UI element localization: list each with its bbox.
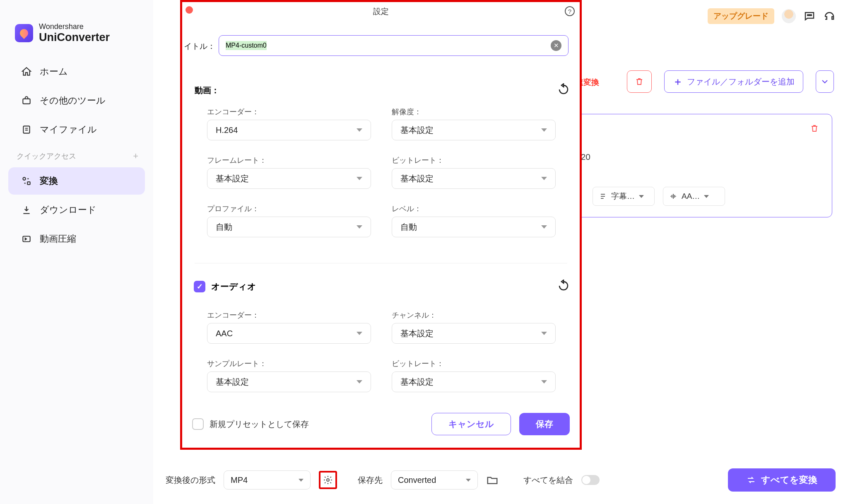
sidebar-item-label: その他のツール [40, 94, 106, 107]
video-profile-select[interactable]: 自動 [207, 217, 371, 237]
settings-modal: 設定 ? イトル： MP4-custom0 ✕ 動画： エンコーダー： H.26… [180, 0, 582, 450]
output-format-label: 変換後の形式 [166, 475, 215, 486]
help-icon[interactable]: ? [565, 6, 575, 16]
modal-title: 設定 [182, 6, 580, 17]
sidebar-item-my-files[interactable]: マイファイル [8, 116, 145, 143]
video-encoder-select[interactable]: H.264 [207, 120, 371, 140]
toolbox-icon [21, 95, 32, 106]
select-value: 自動 [216, 222, 232, 233]
select-value: 基本設定 [400, 173, 434, 184]
trash-icon [809, 123, 819, 133]
save-button[interactable]: 保存 [519, 413, 570, 435]
subtitle-label: 字幕… [611, 191, 635, 202]
merge-all-toggle[interactable] [581, 475, 600, 485]
subtitle-selector[interactable]: 字幕… [593, 187, 655, 206]
destination-select[interactable]: Converted [391, 470, 478, 490]
merge-label: すべてを結合 [523, 475, 573, 486]
encoder-label: エンコーダー： [207, 107, 259, 117]
audio-channel-select[interactable]: 基本設定 [392, 323, 556, 344]
add-files-dropdown[interactable] [816, 70, 834, 93]
user-avatar[interactable] [782, 9, 796, 23]
audio-heading-label: オーディオ [211, 281, 256, 292]
svg-rect-3 [27, 182, 30, 185]
sidebar-item-other-tools[interactable]: その他のツール [8, 87, 145, 114]
clear-list-button[interactable] [627, 70, 652, 93]
audio-bitrate-select[interactable]: 基本設定 [392, 371, 556, 392]
open-folder-button[interactable] [486, 474, 499, 486]
sidebar-item-label: 変換 [40, 175, 58, 187]
chevron-down-icon [704, 195, 709, 198]
video-framerate-select[interactable]: 基本設定 [207, 168, 371, 189]
add-quick-access-icon[interactable]: + [133, 151, 138, 162]
clear-input-icon[interactable]: ✕ [551, 40, 561, 51]
quick-access-label: クイックアクセス [17, 151, 76, 161]
audio-encoder-select[interactable]: AAC [207, 323, 371, 344]
audio-enable-checkbox[interactable]: ✓ [194, 281, 205, 292]
select-value: Converted [398, 475, 436, 485]
convert-icon [21, 175, 32, 187]
svg-point-2 [23, 177, 26, 180]
file-card[interactable]: 320 6 字幕… AA… [576, 114, 832, 217]
reset-video-icon[interactable] [557, 83, 570, 96]
framerate-label: フレームレート： [207, 155, 267, 165]
add-files-button[interactable]: ＋ ファイル／フォルダーを追加 [664, 70, 803, 93]
select-value: 自動 [400, 222, 417, 233]
chevron-down-icon [541, 225, 547, 229]
upgrade-button[interactable]: アップグレード [708, 8, 774, 24]
home-icon [21, 66, 32, 77]
chevron-down-icon [541, 177, 547, 180]
app-logo: Wondershare UniConverter [0, 18, 153, 56]
svg-point-6 [809, 14, 810, 16]
chevron-down-icon [357, 225, 362, 229]
audio-track-selector[interactable]: AA… [663, 187, 725, 206]
sidebar-item-home[interactable]: ホーム [8, 58, 145, 85]
sidebar-item-label: ダウンロード [40, 204, 96, 216]
plus-icon: ＋ [673, 75, 683, 88]
select-value: 基本設定 [400, 125, 434, 136]
chevron-down-icon [541, 332, 547, 335]
chevron-down-icon [357, 177, 362, 180]
convert-all-label: すべてを変換 [761, 474, 817, 486]
headset-icon[interactable] [823, 10, 836, 22]
select-value: 基本設定 [400, 376, 434, 388]
sidebar-item-label: マイファイル [40, 123, 97, 136]
reset-audio-icon[interactable] [557, 280, 570, 292]
svg-point-7 [811, 14, 812, 16]
output-format-select[interactable]: MP4 [224, 470, 311, 490]
brand-company: Wondershare [39, 22, 110, 31]
chat-icon[interactable] [803, 10, 816, 22]
select-value: 基本設定 [400, 328, 434, 339]
select-value: H.264 [216, 125, 238, 135]
sidebar-item-download[interactable]: ダウンロード [8, 196, 145, 224]
convert-all-button[interactable]: すべてを変換 [728, 468, 836, 492]
file-delete-button[interactable] [809, 123, 819, 135]
convert-icon [746, 475, 756, 485]
chevron-down-icon [541, 128, 547, 132]
title-input-wrap[interactable]: MP4-custom0 ✕ [219, 35, 569, 56]
gear-icon [323, 475, 333, 485]
chevron-down-icon [357, 332, 362, 335]
cancel-button[interactable]: キャンセル [431, 413, 511, 435]
video-bitrate-label: ビットレート： [392, 155, 444, 165]
chevron-down-icon [466, 479, 471, 482]
svg-point-8 [327, 479, 329, 481]
video-bitrate-select[interactable]: 基本設定 [392, 168, 556, 189]
select-value: AAC [216, 329, 233, 338]
save-preset-checkbox[interactable] [192, 418, 204, 430]
audio-samplerate-select[interactable]: 基本設定 [207, 371, 371, 392]
save-preset-option[interactable]: 新規プリセットとして保存 [192, 418, 309, 430]
level-label: レベル： [392, 204, 422, 214]
title-input[interactable]: MP4-custom0 [226, 41, 267, 50]
sidebar-item-compress[interactable]: 動画圧縮 [8, 225, 145, 253]
download-icon [21, 204, 32, 216]
format-settings-button[interactable] [319, 471, 337, 489]
chevron-down-icon [357, 128, 362, 132]
video-resolution-select[interactable]: 基本設定 [392, 120, 556, 140]
sidebar-quick-access-header: クイックアクセス + [0, 145, 153, 166]
modal-footer: 新規プリセットとして保存 キャンセル 保存 [192, 413, 570, 435]
video-section-heading: 動画： [195, 85, 219, 96]
sidebar-item-convert[interactable]: 変換 [8, 167, 145, 195]
bottom-bar: 変換後の形式 MP4 保存先 Converted すべてを結合 すべてを変換 [166, 468, 836, 492]
compress-icon [21, 233, 32, 245]
video-level-select[interactable]: 自動 [392, 217, 556, 237]
